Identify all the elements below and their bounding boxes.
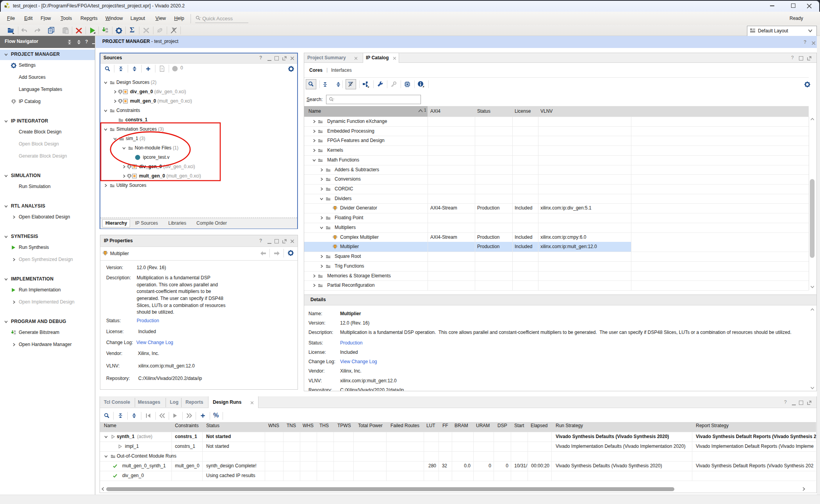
svg-text:10: 10 (14, 332, 16, 335)
svg-text:?: ? (161, 67, 163, 71)
svg-text:10: 10 (105, 30, 108, 33)
svg-text:01: 01 (105, 28, 108, 30)
